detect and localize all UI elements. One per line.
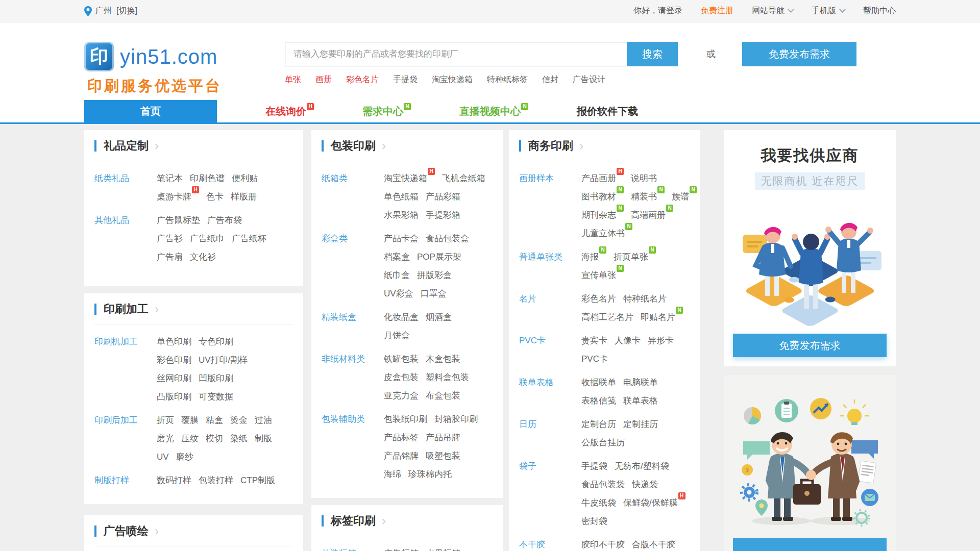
- category-group-link[interactable]: 不干胶: [519, 536, 581, 551]
- category-item-link[interactable]: 无纺布/塑料袋: [615, 461, 669, 471]
- category-item-link[interactable]: 电脑联单: [623, 378, 658, 387]
- category-item-link[interactable]: 胶印不干胶: [581, 540, 625, 549]
- category-item-link[interactable]: 食品包装盒: [426, 234, 469, 243]
- category-item-link[interactable]: UV: [157, 452, 169, 462]
- category-item-link[interactable]: POP展示架: [417, 252, 461, 262]
- category-item-link[interactable]: 高端画册N: [631, 210, 673, 220]
- category-item-link[interactable]: 产品画册H: [581, 173, 624, 183]
- category-group-link[interactable]: 普通单张类: [519, 248, 581, 285]
- nav-item-3[interactable]: 直播视频中心N: [459, 105, 528, 118]
- category-group-link[interactable]: 片装标签: [322, 544, 384, 551]
- category-item-link[interactable]: 模切: [206, 434, 223, 443]
- category-item-link[interactable]: 样版册: [231, 192, 257, 202]
- mobile-version-link[interactable]: 手机版: [812, 6, 845, 16]
- category-item-link[interactable]: 口罩盒: [421, 289, 447, 298]
- category-item-link[interactable]: 儿童立体书N: [581, 229, 632, 238]
- category-item-link[interactable]: 铁罐包装: [384, 354, 419, 364]
- category-item-link[interactable]: 彩色印刷: [157, 355, 191, 365]
- category-item-link[interactable]: 文化衫: [190, 252, 216, 262]
- category-item-link[interactable]: 飞机盒纸箱: [442, 173, 485, 183]
- category-item-link[interactable]: 定制台历: [581, 419, 616, 429]
- partner-card-button[interactable]: [733, 538, 887, 551]
- category-item-link[interactable]: 塑料盒包装: [426, 372, 469, 382]
- category-item-link[interactable]: 凹版印刷: [199, 373, 233, 383]
- category-item-link[interactable]: 精装书N: [631, 192, 665, 202]
- category-group-link[interactable]: 纸箱类: [322, 169, 384, 224]
- category-item-link[interactable]: 即贴名片N: [641, 312, 683, 322]
- category-group-link[interactable]: 印刷机加工: [94, 333, 157, 406]
- category-item-link[interactable]: 制版: [255, 434, 272, 443]
- location-city[interactable]: 广州: [95, 6, 112, 16]
- category-item-link[interactable]: 珍珠棉内托: [408, 469, 452, 479]
- category-item-link[interactable]: 产品彩箱: [426, 192, 460, 202]
- location-selector[interactable]: 广州 [切换]: [84, 6, 137, 16]
- category-item-link[interactable]: 折页: [157, 415, 174, 425]
- category-item-link[interactable]: 纸巾盒: [384, 270, 410, 280]
- category-item-link[interactable]: 广告布袋: [207, 215, 242, 225]
- category-group-link[interactable]: 纸类礼品: [94, 169, 157, 206]
- category-item-link[interactable]: 月饼盒: [384, 331, 410, 340]
- category-group-link[interactable]: PVC卡: [519, 332, 581, 368]
- hot-link[interactable]: 信封: [542, 74, 558, 85]
- category-header[interactable]: 包装印刷›: [322, 138, 493, 161]
- category-item-link[interactable]: 淘宝快递箱H: [384, 173, 435, 183]
- hot-link[interactable]: 淘宝快递箱: [432, 74, 473, 85]
- category-item-link[interactable]: 压纹: [181, 434, 199, 443]
- category-item-link[interactable]: 快递袋: [632, 480, 658, 489]
- location-switch[interactable]: [切换]: [116, 6, 137, 16]
- category-item-link[interactable]: CTP制版: [240, 475, 275, 485]
- category-item-link[interactable]: 广告标签: [384, 548, 419, 551]
- category-header[interactable]: 标签印刷›: [322, 513, 493, 536]
- category-item-link[interactable]: 海报N: [581, 252, 606, 262]
- category-item-link[interactable]: 产品铭牌: [384, 451, 419, 461]
- category-item-link[interactable]: 定制挂历: [623, 419, 658, 429]
- category-item-link[interactable]: 烟酒盒: [426, 312, 452, 322]
- category-group-link[interactable]: 画册样本: [519, 169, 581, 243]
- category-item-link[interactable]: PVC卡: [581, 354, 608, 364]
- category-group-link[interactable]: 联单表格: [519, 373, 581, 410]
- category-group-link[interactable]: 日历: [519, 415, 581, 452]
- category-group-link[interactable]: 袋子: [519, 457, 581, 531]
- category-item-link[interactable]: 凸版印刷: [157, 392, 191, 402]
- category-item-link[interactable]: 布盒包装: [426, 391, 460, 400]
- hot-link[interactable]: 广告设计: [573, 74, 605, 85]
- category-item-link[interactable]: 专色印刷: [199, 337, 233, 346]
- category-header[interactable]: 礼品定制›: [94, 138, 293, 161]
- category-group-link[interactable]: 名片: [519, 290, 581, 327]
- logo[interactable]: 印 yin51.com 印刷服务优选平台: [84, 42, 230, 96]
- category-item-link[interactable]: 彩色名片: [581, 294, 616, 304]
- hot-link[interactable]: 特种纸标签: [487, 74, 528, 85]
- category-item-link[interactable]: 手提袋: [581, 461, 607, 471]
- category-item-link[interactable]: 说明书: [631, 173, 657, 183]
- nav-item-4[interactable]: 报价软件下载: [577, 105, 638, 118]
- category-item-link[interactable]: 水果彩箱: [384, 210, 419, 220]
- category-group-link[interactable]: 制版打样: [94, 471, 157, 490]
- category-item-link[interactable]: 水果标签: [426, 548, 460, 551]
- category-item-link[interactable]: 单色印刷: [157, 337, 191, 346]
- category-item-link[interactable]: 广告纸杯: [232, 234, 266, 243]
- category-item-link[interactable]: 丝网印刷: [157, 373, 191, 383]
- category-item-link[interactable]: 可变数据: [199, 392, 233, 402]
- category-item-link[interactable]: 图书教材N: [581, 192, 624, 202]
- category-header[interactable]: 广告喷绘›: [94, 523, 293, 546]
- category-group-link[interactable]: 其他礼品: [94, 211, 157, 266]
- category-item-link[interactable]: 族谱N: [672, 192, 697, 202]
- category-item-link[interactable]: 广告纸巾: [190, 234, 225, 243]
- category-item-link[interactable]: 皮盒包装: [384, 372, 419, 382]
- category-item-link[interactable]: 期刊杂志N: [581, 210, 624, 220]
- site-nav-link[interactable]: 网站导航: [752, 6, 793, 16]
- nav-tab-home[interactable]: 首页: [84, 100, 217, 122]
- category-item-link[interactable]: 密封袋: [581, 516, 607, 526]
- category-group-link[interactable]: 印刷后加工: [94, 411, 157, 466]
- category-header[interactable]: 商务印刷›: [519, 138, 690, 161]
- category-item-link[interactable]: 表格信笺: [581, 396, 616, 406]
- category-item-link[interactable]: 覆膜: [181, 415, 199, 425]
- category-item-link[interactable]: 亚克力盒: [384, 391, 419, 400]
- category-item-link[interactable]: 保鲜袋/保鲜膜H: [623, 498, 685, 508]
- category-item-link[interactable]: 拼版彩盒: [417, 270, 452, 280]
- category-item-link[interactable]: 磨光: [157, 434, 174, 443]
- category-item-link[interactable]: 人像卡: [615, 336, 641, 345]
- category-item-link[interactable]: 过油: [255, 415, 272, 425]
- category-item-link[interactable]: 染纸: [230, 434, 248, 443]
- category-item-link[interactable]: 档案盒: [384, 252, 410, 262]
